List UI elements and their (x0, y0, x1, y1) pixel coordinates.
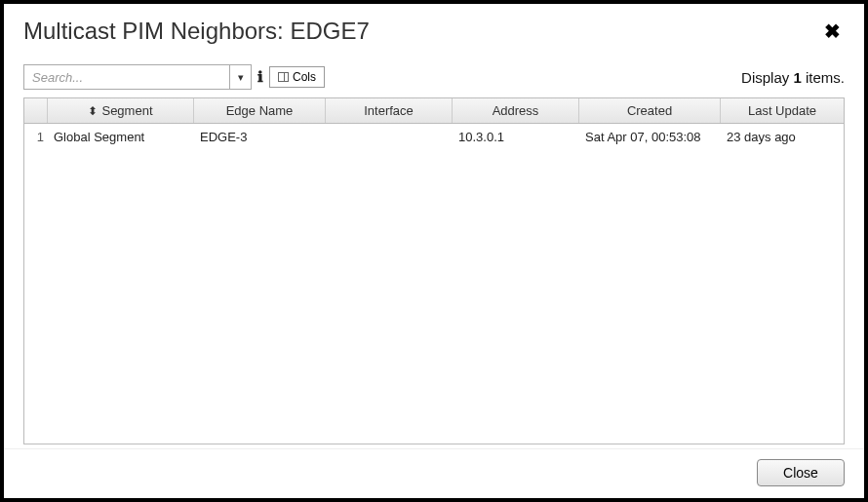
display-count: Display 1 items. (741, 69, 845, 86)
col-header-address[interactable]: Address (453, 98, 579, 123)
search-input[interactable] (24, 65, 229, 89)
data-grid: ⬍ Segment Edge Name Interface Address Cr… (23, 97, 845, 444)
col-header-segment[interactable]: ⬍ Segment (48, 98, 194, 123)
sort-ascending-icon: ⬍ (88, 104, 98, 118)
dialog-title: Multicast PIM Neighbors: EDGE7 (23, 18, 370, 45)
cell-last-update: 23 days ago (721, 130, 844, 144)
col-header-last-update[interactable]: Last Update (721, 98, 844, 123)
cell-segment: Global Segment (48, 130, 194, 144)
dialog-footer: Close (4, 448, 864, 498)
columns-button[interactable]: Cols (269, 66, 325, 88)
grid-body: 1 Global Segment EDGE-3 10.3.0.1 Sat Apr… (24, 124, 844, 444)
cell-created: Sat Apr 07, 00:53:08 (579, 130, 721, 144)
dialog-header: Multicast PIM Neighbors: EDGE7 ✖ (4, 4, 864, 53)
close-icon[interactable]: ✖ (820, 19, 845, 43)
grid-header: ⬍ Segment Edge Name Interface Address Cr… (24, 98, 844, 124)
toolbar: ▾ ℹ Cols Display 1 items. (23, 64, 845, 90)
col-header-rownum[interactable] (24, 98, 48, 123)
columns-button-label: Cols (293, 70, 316, 84)
search-dropdown-button[interactable]: ▾ (229, 65, 251, 89)
cell-address: 10.3.0.1 (453, 130, 579, 144)
chevron-down-icon: ▾ (238, 71, 244, 84)
dialog: Multicast PIM Neighbors: EDGE7 ✖ ▾ ℹ Col… (4, 4, 864, 498)
search-field-wrap: ▾ (23, 64, 252, 90)
col-header-interface[interactable]: Interface (326, 98, 453, 123)
columns-icon (278, 72, 289, 82)
info-icon[interactable]: ℹ (257, 68, 263, 86)
close-button[interactable]: Close (757, 459, 845, 486)
col-header-edge-name[interactable]: Edge Name (194, 98, 326, 123)
cell-edge-name: EDGE-3 (194, 130, 326, 144)
table-row[interactable]: 1 Global Segment EDGE-3 10.3.0.1 Sat Apr… (24, 124, 844, 149)
col-header-created[interactable]: Created (579, 98, 721, 123)
cell-index: 1 (24, 130, 48, 144)
